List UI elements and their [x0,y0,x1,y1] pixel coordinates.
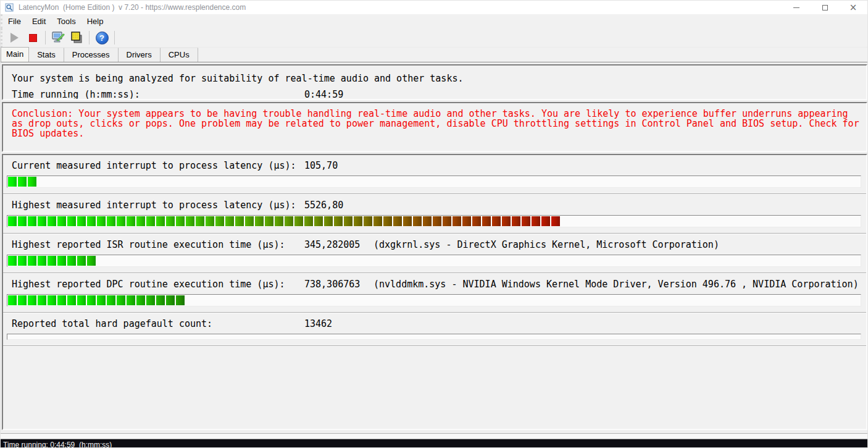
meter-block [8,295,17,305]
meter-block [166,216,175,226]
meter-block [314,216,323,226]
meter-row-labels: Reported total hard pagefault count:1346… [3,318,866,331]
meter-block [541,216,550,226]
close-button[interactable]: × [839,1,867,14]
meter-block [186,216,194,226]
row-separator [3,312,866,313]
meter-block [28,295,36,305]
meter-block [235,216,244,226]
analysis-status-text: Your system is being analyzed for suitab… [12,73,464,84]
meter-block [225,216,234,226]
report-button[interactable] [49,30,67,46]
toolbar-separator [45,31,46,44]
row-separator [3,273,866,274]
menu-help[interactable]: Help [81,17,109,26]
meter-block [117,295,125,305]
maximize-icon [822,5,828,11]
meter-block [77,216,86,226]
meter-block [413,216,422,226]
meter-row-labels: Highest reported ISR routine execution t… [3,239,866,251]
meter-block [67,295,76,305]
conclusion-panel: Conclusion: Your system appears to be ha… [2,102,867,152]
meter-value: 13462 [304,318,332,329]
meter-block [8,256,17,266]
meter-block [265,216,273,226]
toolbar-separator [114,31,115,44]
bottom-progress-strip [1,433,868,439]
meter-block [87,256,96,266]
menu-file[interactable]: File [2,17,27,26]
meter-value: 5526,80 [304,200,343,211]
toolbar-separator [89,31,90,44]
latencymon-window: LatencyMon (Home Edition ) v 7.20 - http… [0,0,868,448]
meter-block [176,216,185,226]
window-title: LatencyMon (Home Edition ) v 7.20 - http… [19,3,246,12]
menu-edit[interactable]: Edit [27,17,51,26]
meter-block [136,216,145,226]
meter-value: 738,306763 [304,279,360,290]
magnifier-app-icon [5,3,14,12]
meter-block [38,256,46,266]
meter-block [107,216,115,226]
measurements-panel: Current measured interrupt to process la… [2,154,867,430]
menu-tools[interactable]: Tools [51,17,81,26]
meter-block [176,295,185,305]
meter-block [245,216,254,226]
meter-block [482,216,491,226]
meter-block [206,216,214,226]
minimize-button[interactable] [782,1,811,14]
meter-block [196,216,204,226]
title-bar: LatencyMon (Home Edition ) v 7.20 - http… [1,1,867,14]
meter-row-labels: Highest measured interrupt to process la… [3,200,866,212]
meter-block [255,216,264,226]
tab-drivers[interactable]: Drivers [119,48,161,62]
tab-processes[interactable]: Processes [64,48,119,62]
meter-block [304,216,313,226]
meter-block [38,295,46,305]
tab-cpus[interactable]: CPUs [161,48,198,62]
tab-bar: Main Stats Processes Drivers CPUs [1,48,867,62]
meter-block [492,216,501,226]
meter-block [8,177,17,187]
meter-block [393,216,402,226]
meter-block [57,216,66,226]
help-button[interactable]: ? [93,30,111,46]
meter-block [403,216,412,226]
meter-label: Highest reported DPC routine execution t… [12,279,285,290]
meter-block [433,216,441,226]
meter-block [127,295,135,305]
meter-label: Highest measured interrupt to process la… [12,200,296,211]
tab-stats[interactable]: Stats [29,48,64,62]
meter-block [453,216,461,226]
meter-block [354,216,362,226]
help-icon: ? [96,32,109,44]
meter-block [146,216,155,226]
copy-report-button[interactable] [67,30,86,46]
stop-monitor-button[interactable] [23,30,42,46]
meter-block [28,216,36,226]
meter-block [18,295,27,305]
meter-block [57,295,66,305]
meter-block [117,216,125,226]
time-running-value: 0:44:59 [304,89,343,100]
tab-main[interactable]: Main [1,47,29,62]
meter-block [127,216,135,226]
latency-meter-bar [7,175,861,188]
meter-value: 105,70 [304,160,338,171]
close-icon: × [849,3,858,12]
meter-value: 345,282005 [304,239,360,250]
meter-driver-info: (nvlddmkm.sys - NVIDIA Windows Kernel Mo… [373,279,859,290]
minimize-icon [793,7,799,8]
report-icon [51,30,65,45]
meter-row-labels: Current measured interrupt to process la… [3,160,866,172]
start-monitor-button[interactable] [5,30,23,46]
menu-bar: File Edit Tools Help [1,14,867,28]
meter-block [8,216,17,226]
maximize-button[interactable] [811,1,839,14]
meter-block [28,177,36,187]
meter-block [502,216,511,226]
meter-block [324,216,333,226]
meter-row-labels: Highest reported DPC routine execution t… [3,279,866,291]
row-separator [3,233,866,234]
meter-label: Reported total hard pagefault count: [12,318,212,329]
